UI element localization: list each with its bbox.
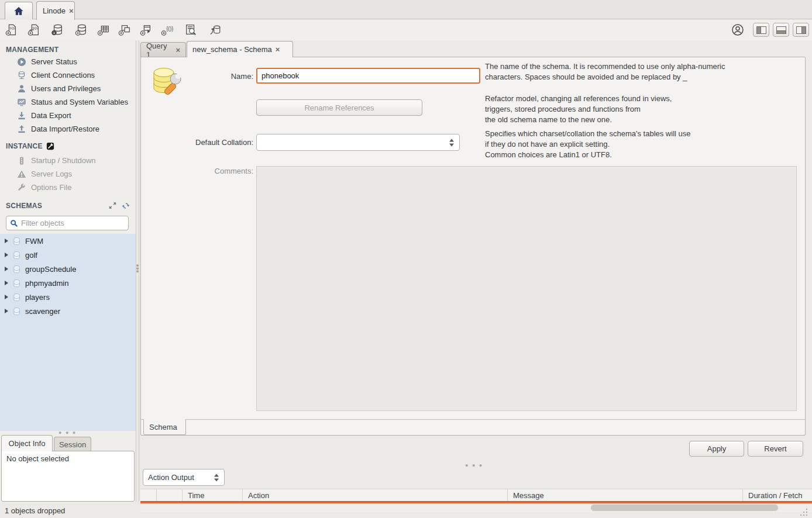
horizontal-scrollbar[interactable]: [591, 505, 778, 511]
schema-editor-icon: [150, 65, 184, 99]
comments-label: Comments:: [148, 167, 253, 175]
schema-item-groupschedule[interactable]: groupSchedule: [0, 262, 136, 276]
schema-name: players: [25, 293, 50, 302]
refactor-help-text: Refactor model, changing all references …: [485, 94, 795, 125]
schema-icon: [12, 265, 21, 274]
column-index[interactable]: [157, 489, 183, 501]
revert-button[interactable]: Revert: [748, 441, 803, 457]
create-view-icon[interactable]: [118, 23, 132, 37]
rename-references-button[interactable]: Rename References: [256, 99, 422, 116]
expander-icon[interactable]: [5, 281, 8, 285]
home-tab[interactable]: [5, 2, 33, 19]
tab-label: Query 1: [146, 42, 172, 59]
schema-item-golf[interactable]: golf: [0, 248, 136, 262]
refresh-schemas-icon[interactable]: [122, 202, 130, 210]
schema-item-fwm[interactable]: FWM: [0, 234, 136, 248]
schema-filter-input[interactable]: [21, 219, 115, 227]
create-table-icon[interactable]: [97, 23, 111, 37]
spinner-icon: [214, 474, 219, 481]
sidebar-item-data-export[interactable]: Data Export: [0, 109, 136, 122]
connection-tab-linode[interactable]: Linode ×: [36, 1, 75, 20]
toggle-right-panel-button[interactable]: [793, 23, 809, 37]
open-sql-script-icon[interactable]: SQL: [27, 23, 41, 37]
svg-text:SQL: SQL: [9, 26, 15, 30]
column-message[interactable]: Message: [508, 489, 743, 501]
schema-name: FWM: [25, 237, 43, 246]
tab-query-1[interactable]: Query 1 ×: [140, 42, 186, 57]
new-query-tab-icon[interactable]: SQL: [5, 23, 19, 37]
sidebar-item-server-logs[interactable]: Server Logs: [0, 167, 136, 181]
apply-button[interactable]: Apply: [689, 441, 744, 457]
comments-textarea[interactable]: [256, 166, 797, 411]
schemas-section-title: SCHEMAS: [6, 202, 130, 210]
sidebar-horizontal-splitter[interactable]: ● ● ●: [59, 430, 77, 436]
sidebar-item-users-privileges[interactable]: Users and Privileges: [0, 82, 136, 95]
schema-editor-panel: Name: The name of the schema. It is reco…: [140, 57, 806, 436]
sidebar-item-server-status[interactable]: Server Status: [0, 55, 136, 68]
expand-schemas-icon[interactable]: [109, 202, 116, 210]
schema-icon: [12, 237, 21, 246]
expander-icon[interactable]: [5, 267, 8, 271]
search-table-data-icon[interactable]: [184, 23, 198, 37]
schema-icon: [12, 293, 21, 302]
schema-icon: [12, 251, 21, 260]
toggle-bottom-panel-button[interactable]: [773, 23, 789, 37]
default-collation-select[interactable]: [256, 134, 460, 151]
close-icon[interactable]: ×: [276, 46, 280, 53]
reconnect-dbms-icon[interactable]: [208, 23, 222, 37]
sidebar-item-status-system-variables[interactable]: Status and System Variables: [0, 95, 136, 109]
name-label: Name:: [148, 72, 253, 81]
sidebar-splitter-handle[interactable]: ●●●: [135, 264, 140, 273]
expander-icon[interactable]: [5, 309, 8, 313]
schema-item-players[interactable]: players: [0, 290, 136, 304]
sidebar-item-label: Client Connections: [31, 71, 95, 80]
sidebar-item-label: Data Import/Restore: [31, 125, 99, 133]
tab-session[interactable]: Session: [54, 437, 91, 451]
tab-label: new_schema - Schema: [192, 45, 272, 54]
sidebar-item-label: Users and Privileges: [31, 84, 101, 93]
sidebar-item-label: Server Status: [31, 57, 77, 66]
sidebar-item-client-connections[interactable]: Client Connections: [0, 68, 136, 82]
column-duration-fetch[interactable]: Duration / Fetch: [743, 489, 812, 501]
create-function-icon[interactable]: {()}: [160, 23, 174, 37]
connection-user-icon[interactable]: [731, 23, 745, 37]
sidebar-item-label: Data Export: [31, 111, 71, 120]
sidebar-item-label: Status and System Variables: [31, 98, 128, 106]
tab-object-info[interactable]: Object Info: [1, 435, 53, 451]
expander-icon[interactable]: [5, 295, 8, 299]
output-table-header: Time Action Message Duration / Fetch: [140, 489, 812, 501]
column-action[interactable]: Action: [243, 489, 508, 501]
tab-schema-bottom[interactable]: Schema: [143, 419, 186, 435]
close-icon[interactable]: ×: [176, 46, 180, 54]
schema-name: golf: [25, 251, 37, 260]
output-splitter-handle[interactable]: ● ● ●: [465, 462, 483, 468]
name-help-text: The name of the schema. It is recommende…: [485, 61, 795, 82]
output-selector[interactable]: Action Output: [143, 469, 225, 486]
schema-item-phpmyadmin[interactable]: phpmyadmin: [0, 276, 136, 290]
sidebar-item-startup-shutdown[interactable]: Startup / Shutdown: [0, 154, 136, 167]
connection-tab-label: Linode: [43, 6, 66, 15]
column-time[interactable]: Time: [183, 489, 243, 501]
create-schema-icon[interactable]: [74, 23, 88, 37]
home-icon: [13, 5, 25, 17]
search-icon: [10, 219, 18, 227]
schema-item-scavenger[interactable]: scavenger: [0, 304, 136, 318]
expander-icon[interactable]: [5, 253, 8, 257]
user-icon: [17, 84, 26, 94]
sidebar-item-data-import[interactable]: Data Import/Restore: [0, 122, 136, 136]
warning-triangle-icon: [17, 170, 26, 179]
toggle-left-panel-button[interactable]: [753, 23, 769, 37]
expander-icon[interactable]: [5, 239, 8, 243]
column-status[interactable]: [140, 489, 157, 501]
schema-name-input[interactable]: [256, 68, 480, 84]
schema-list: FWM golf groupSchedule phpmyadmin player…: [0, 234, 136, 431]
resize-grip[interactable]: [800, 509, 808, 517]
tab-new-schema[interactable]: new_schema - Schema ×: [187, 41, 293, 57]
sidebar-item-options-file[interactable]: Options File: [0, 181, 136, 194]
object-info-text: No object selected: [6, 454, 69, 463]
window-tab-bar: Linode ×: [0, 0, 812, 19]
inspect-database-icon[interactable]: [50, 23, 64, 37]
create-procedure-icon[interactable]: [139, 23, 153, 37]
schema-icon: [12, 307, 21, 316]
close-icon[interactable]: ×: [69, 7, 74, 15]
